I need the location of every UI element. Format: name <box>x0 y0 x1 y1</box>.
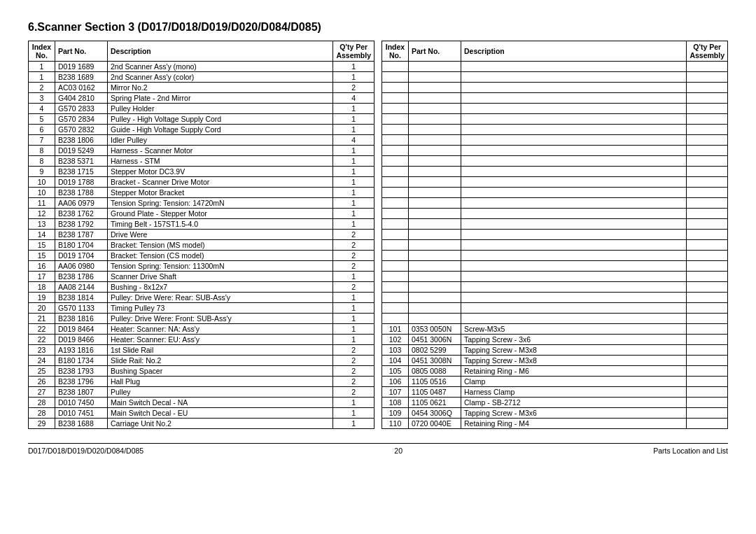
table-row-empty <box>382 240 728 251</box>
table-row: 22 D019 8464 Heater: Scanner: NA: Ass'y … <box>29 324 374 335</box>
cell-desc: Idler Pulley <box>108 135 333 146</box>
cell-index: 2 <box>29 83 55 93</box>
table-row: 25 B238 1793 Bushing Spacer 2 <box>29 366 374 377</box>
cell-desc: 2nd Scanner Ass'y (mono) <box>108 62 333 72</box>
cell-partno: B180 1734 <box>55 356 108 366</box>
table-row-empty <box>382 303 728 314</box>
cell-index: 108 <box>382 398 409 408</box>
cell-partno: B238 1807 <box>55 387 108 398</box>
cell-index: 103 <box>382 345 409 356</box>
table-row: 15 B180 1704 Bracket: Tension (MS model)… <box>29 240 374 251</box>
table-row-empty <box>382 93 728 104</box>
page-title: 6.Scanner Section 3 (D017/D018/D019/D020… <box>28 21 728 34</box>
cell-desc: Pulley: Drive Were: Front: SUB-Ass'y <box>108 314 333 324</box>
table-row-empty <box>382 293 728 303</box>
footer-center: 20 <box>394 447 402 455</box>
table-row: 1 B238 1689 2nd Scanner Ass'y (color) 1 <box>29 72 374 83</box>
table-row: 110 0720 0040E Retaining Ring - M4 <box>382 419 728 429</box>
cell-qty: 2 <box>333 377 374 387</box>
cell-qty: 1 <box>333 146 374 156</box>
cell-index: 10 <box>29 188 55 198</box>
cell-qty: 1 <box>333 408 374 419</box>
cell-qty: 2 <box>333 282 374 293</box>
cell-index: 6 <box>29 125 55 135</box>
footer: D017/D018/D019/D020/D084/D085 20 Parts L… <box>28 443 728 455</box>
cell-qty <box>687 366 728 377</box>
left-header-qty: Q'ty PerAssembly <box>333 41 374 62</box>
table-row-empty <box>382 198 728 209</box>
cell-index: 26 <box>29 377 55 387</box>
cell-qty: 1 <box>333 398 374 408</box>
cell-qty: 2 <box>333 240 374 251</box>
cell-desc: Tapping Screw - M3x8 <box>461 345 687 356</box>
cell-desc: Retaining Ring - M4 <box>461 419 687 429</box>
cell-partno: B238 1715 <box>55 167 108 177</box>
cell-index: 11 <box>29 198 55 209</box>
cell-qty: 2 <box>333 230 374 240</box>
cell-qty: 2 <box>333 366 374 377</box>
cell-partno: A193 1816 <box>55 345 108 356</box>
cell-partno: B238 1762 <box>55 209 108 219</box>
cell-partno: B180 1704 <box>55 240 108 251</box>
cell-partno: G570 1133 <box>55 303 108 314</box>
table-row-empty <box>382 230 728 240</box>
cell-qty <box>687 335 728 345</box>
table-row: 104 0451 3008N Tapping Screw - M3x8 <box>382 356 728 366</box>
cell-partno: B238 1786 <box>55 272 108 282</box>
cell-partno: 1105 0621 <box>409 398 461 408</box>
cell-qty: 2 <box>333 83 374 93</box>
cell-qty: 2 <box>333 251 374 261</box>
cell-index: 23 <box>29 345 55 356</box>
table-row: 6 G570 2832 Guide - High Voltage Supply … <box>29 125 374 135</box>
cell-qty: 1 <box>333 419 374 429</box>
table-row-empty <box>382 209 728 219</box>
cell-desc: Stepper Motor Bracket <box>108 188 333 198</box>
cell-partno: D019 8466 <box>55 335 108 345</box>
table-row: 8 B238 5371 Harness - STM 1 <box>29 156 374 167</box>
table-row: 3 G404 2810 Spring Plate - 2nd Mirror 4 <box>29 93 374 104</box>
table-row: 13 B238 1792 Timing Belt - 157ST1.5-4.0 … <box>29 219 374 230</box>
cell-index: 17 <box>29 272 55 282</box>
cell-partno: D019 1689 <box>55 62 108 72</box>
cell-index: 19 <box>29 293 55 303</box>
left-header-partno: Part No. <box>55 41 108 62</box>
cell-desc: Drive Were <box>108 230 333 240</box>
cell-partno: 0353 0050N <box>409 324 461 335</box>
cell-qty: 1 <box>333 272 374 282</box>
table-row: 4 G570 2833 Pulley Holder 1 <box>29 104 374 114</box>
table-row: 16 AA06 0980 Tension Spring: Tension: 11… <box>29 261 374 272</box>
table-row: 24 B180 1734 Slide Rail: No.2 2 <box>29 356 374 366</box>
cell-index: 107 <box>382 387 409 398</box>
cell-partno: G570 2833 <box>55 104 108 114</box>
cell-desc: Clamp <box>461 377 687 387</box>
cell-desc: Tapping Screw - M3x6 <box>461 408 687 419</box>
cell-index: 1 <box>29 72 55 83</box>
table-row: 21 B238 1816 Pulley: Drive Were: Front: … <box>29 314 374 324</box>
cell-desc: Bracket: Tension (CS model) <box>108 251 333 261</box>
cell-index: 4 <box>29 104 55 114</box>
cell-partno: D019 1788 <box>55 177 108 188</box>
cell-desc: Stepper Motor DC3.9V <box>108 167 333 177</box>
cell-partno: 0451 3008N <box>409 356 461 366</box>
cell-partno: D010 7451 <box>55 408 108 419</box>
table-row: 8 D019 5249 Harness - Scanner Motor 1 <box>29 146 374 156</box>
table-row: 107 1105 0487 Harness Clamp <box>382 387 728 398</box>
cell-partno: B238 1796 <box>55 377 108 387</box>
cell-qty: 1 <box>333 198 374 209</box>
cell-partno: AA06 0980 <box>55 261 108 272</box>
cell-partno: 0720 0040E <box>409 419 461 429</box>
cell-desc: Heater: Scanner: EU: Ass'y <box>108 335 333 345</box>
right-header-desc: Description <box>461 41 687 62</box>
cell-qty: 1 <box>333 104 374 114</box>
table-row-empty <box>382 72 728 83</box>
cell-index: 7 <box>29 135 55 146</box>
cell-desc: Scanner Drive Shaft <box>108 272 333 282</box>
cell-index: 15 <box>29 251 55 261</box>
cell-qty: 1 <box>333 72 374 83</box>
table-row-empty <box>382 177 728 188</box>
table-row-empty <box>382 114 728 125</box>
table-row: 27 B238 1807 Pulley 2 <box>29 387 374 398</box>
cell-qty: 1 <box>333 167 374 177</box>
cell-index: 21 <box>29 314 55 324</box>
cell-partno: B238 1792 <box>55 219 108 230</box>
